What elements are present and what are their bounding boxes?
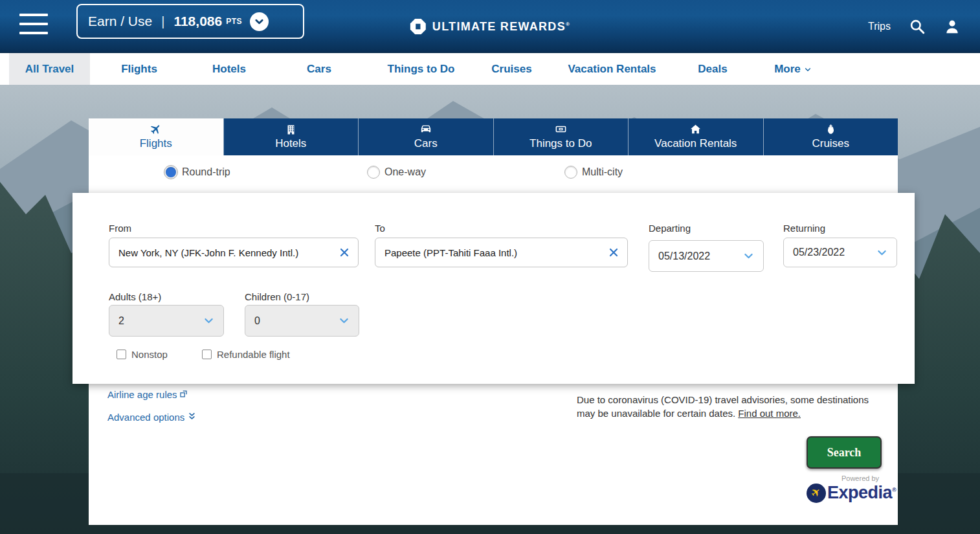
chase-octagon-icon <box>410 18 427 35</box>
tab-cars[interactable]: Cars <box>358 118 493 155</box>
chevron-down-icon <box>804 63 812 76</box>
children-label: Children (0-17) <box>245 291 309 302</box>
to-label: To <box>375 223 385 234</box>
tab-things-to-do[interactable]: Things to Do <box>493 118 629 155</box>
ship-icon <box>825 124 836 135</box>
expedia-logo: Powered by ✈ Expedia® <box>806 474 896 503</box>
page: Earn / Use | 118,086 PTS ULTIMATE REWARD… <box>0 0 980 534</box>
points-value: 118,086 <box>173 14 222 29</box>
radio-one-way[interactable]: One-way <box>367 166 426 179</box>
points-unit: PTS <box>226 17 242 26</box>
tab-hotels[interactable]: Hotels <box>223 118 359 155</box>
radio-unselected-icon <box>367 166 380 179</box>
checkbox-icon <box>117 350 126 359</box>
tab-flights[interactable]: Flights <box>89 118 223 155</box>
tab-label: Things to Do <box>529 137 592 150</box>
clear-from-icon[interactable] <box>340 248 349 257</box>
departing-input[interactable]: 05/13/2022 <box>649 240 764 272</box>
from-input[interactable]: New York, NY (JFK-John F. Kennedy Intl.) <box>109 238 359 267</box>
nav-item-vacation-rentals[interactable]: Vacation Rentals <box>550 53 674 85</box>
building-icon <box>285 124 296 135</box>
tab-vacation-rentals[interactable]: Vacation Rentals <box>628 118 763 155</box>
tab-label: Vacation Rentals <box>654 137 737 150</box>
ticket-icon <box>555 124 567 135</box>
nav-item-hotels[interactable]: Hotels <box>188 53 270 85</box>
flight-search-card: From New York, NY (JFK-John F. Kennedy I… <box>72 193 915 384</box>
chevron-down-icon <box>203 315 214 326</box>
house-icon <box>689 124 702 135</box>
from-label: From <box>109 223 131 234</box>
points-selector[interactable]: Earn / Use | 118,086 PTS <box>76 4 304 39</box>
nav-item-cruises[interactable]: Cruises <box>474 53 550 85</box>
find-out-more-link[interactable]: Find out more. <box>738 408 801 419</box>
booking-tabs: Flights Hotels Cars Things to Do Vacatio… <box>89 118 898 155</box>
chevron-down-icon <box>743 250 754 261</box>
tab-label: Cars <box>414 137 438 150</box>
points-divider: | <box>161 14 164 29</box>
nav-item-cars[interactable]: Cars <box>270 53 368 85</box>
nav-item-flights[interactable]: Flights <box>90 53 188 85</box>
checkbox-icon <box>202 350 212 359</box>
chevron-down-icon <box>876 247 887 258</box>
search-card-lower: Airline age rules Advanced options Due t… <box>89 384 898 525</box>
points-label: Earn / Use <box>88 14 152 29</box>
powered-by-label: Powered by <box>824 474 896 482</box>
airline-age-rules-link[interactable]: Airline age rules <box>107 389 188 400</box>
nav-item-more[interactable]: More <box>751 53 835 85</box>
tab-label: Flights <box>140 137 172 150</box>
car-icon <box>419 124 432 135</box>
nonstop-checkbox[interactable]: Nonstop <box>117 349 168 360</box>
brand-logo: ULTIMATE REWARDS® <box>410 0 570 53</box>
chevron-down-icon <box>339 315 350 326</box>
children-select[interactable]: 0 <box>245 305 359 337</box>
search-button[interactable]: Search <box>807 436 882 469</box>
covid-notice: Due to coronavirus (COVID-19) travel adv… <box>577 393 887 420</box>
nav-item-all-travel[interactable]: All Travel <box>9 53 90 85</box>
nav-item-deals[interactable]: Deals <box>674 53 751 85</box>
header-actions: Trips <box>868 0 961 53</box>
plane-icon <box>150 124 162 135</box>
expedia-name: Expedia® <box>827 483 896 503</box>
departing-label: Departing <box>649 223 691 234</box>
chevron-down-icon[interactable] <box>250 12 269 31</box>
returning-input[interactable]: 05/23/2022 <box>783 238 897 267</box>
radio-round-trip[interactable]: Round-trip <box>164 166 230 179</box>
user-icon[interactable] <box>944 18 961 35</box>
search-icon[interactable] <box>909 18 926 35</box>
returning-label: Returning <box>783 223 825 234</box>
clear-to-icon[interactable] <box>609 248 618 257</box>
tab-cruises[interactable]: Cruises <box>763 118 898 155</box>
tab-label: Hotels <box>275 137 306 150</box>
adults-label: Adults (18+) <box>109 291 161 302</box>
adults-select[interactable]: 2 <box>109 305 224 337</box>
nav-item-things-to-do[interactable]: Things to Do <box>368 53 474 85</box>
tab-label: Cruises <box>812 137 849 150</box>
expedia-plane-icon: ✈ <box>807 484 826 503</box>
radio-multi-city[interactable]: Multi-city <box>564 166 623 179</box>
advanced-options-link[interactable]: Advanced options <box>107 412 196 423</box>
radio-unselected-icon <box>564 166 577 179</box>
double-chevron-down-icon <box>188 412 196 423</box>
menu-icon[interactable] <box>19 14 48 34</box>
radio-selected-icon <box>164 166 177 179</box>
to-input[interactable]: Papeete (PPT-Tahiti Faaa Intl.) <box>375 238 628 267</box>
external-link-icon <box>179 389 188 400</box>
travel-nav: All Travel Flights Hotels Cars Things to… <box>0 53 980 85</box>
refundable-flight-checkbox[interactable]: Refundable flight <box>202 349 290 360</box>
trips-link[interactable]: Trips <box>868 21 891 32</box>
brand-name: ULTIMATE REWARDS® <box>432 20 570 34</box>
header: Earn / Use | 118,086 PTS ULTIMATE REWARD… <box>0 0 980 53</box>
trip-type-row: Round-trip One-way Multi-city <box>89 155 898 193</box>
